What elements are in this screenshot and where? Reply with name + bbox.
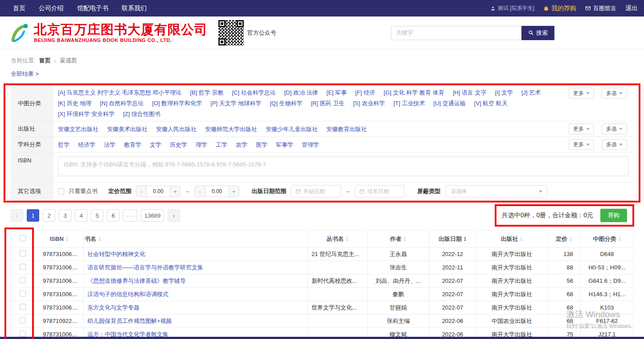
sort-icon[interactable]: ▲▼ [403, 236, 406, 242]
row-checkbox[interactable] [20, 250, 26, 256]
subject-option-link[interactable]: 工学 [216, 140, 227, 149]
end-date-input[interactable]: 结束日期 [355, 185, 405, 198]
publisher-option-link[interactable]: 安徽教育出版社 [326, 124, 367, 134]
nav-item[interactable]: 馆配电子书 [70, 0, 115, 17]
sort-icon[interactable]: ▲▼ [618, 236, 621, 242]
clc-option-link[interactable]: [X] 环境科学 安全科学 [58, 109, 115, 119]
key-books-label[interactable]: 只看重点书 [69, 187, 98, 195]
clc-option-link[interactable]: [I] 文学 [495, 88, 513, 97]
clc-option-link[interactable]: [N] 自然科学总论 [100, 99, 144, 108]
user-info[interactable]: 测试 [院系学生] [490, 4, 534, 12]
all-results-link[interactable]: 全部结果 > [0, 70, 49, 85]
sort-icon[interactable]: ▲▼ [66, 236, 69, 242]
subject-multiselect-button[interactable]: 多选 [602, 139, 627, 150]
logout-link[interactable]: 退出 [625, 4, 638, 12]
clc-option-link[interactable]: [U] 交通运输 [434, 99, 466, 108]
clc-option-link[interactable]: [A] 马克思主义 列宁主义 毛泽东思想 邓小平理论 [58, 88, 181, 97]
subject-option-link[interactable]: 法学 [104, 140, 115, 149]
company-logo[interactable]: 北京百万庄图书大厦有限公司 BEIJING BAIWANZHUANG BOOK … [7, 21, 208, 45]
price-min-value[interactable]: 0.00 [146, 186, 170, 197]
nav-item[interactable]: 联系我们 [115, 0, 153, 17]
sort-icon-active[interactable]: ▲▼ [464, 236, 467, 242]
clc-option-link[interactable]: [E] 军事 [327, 88, 347, 97]
row-checkbox[interactable] [20, 264, 26, 270]
col-clc[interactable]: 中图分类▲▼ [581, 231, 634, 248]
clc-option-link[interactable]: [G] 文化 科学 教育 体育 [384, 88, 444, 97]
nav-item[interactable]: 首页 [6, 0, 32, 17]
clc-option-link[interactable]: [J] 艺术 [521, 88, 541, 97]
book-title-link[interactable]: 东方文化与文学专题 [87, 304, 139, 311]
col-series[interactable]: 丛书名▲▼ [308, 231, 368, 248]
clc-option-link[interactable]: [T] 工业技术 [394, 99, 425, 108]
nav-item[interactable]: 公司介绍 [32, 0, 70, 17]
row-checkbox[interactable] [20, 304, 26, 310]
breadcrumb-home[interactable]: 首页 [39, 57, 51, 65]
my-recommend-link[interactable]: 我的荐购 [543, 4, 576, 12]
book-title-link[interactable]: 社会转型中的精神文化 [87, 251, 145, 257]
page-button[interactable]: 4 [75, 209, 87, 222]
col-isbn[interactable]: ISBN▲▼ [35, 231, 84, 248]
search-button[interactable]: 搜索 [521, 26, 554, 40]
minus-button[interactable]: - [195, 186, 205, 197]
clc-option-link[interactable]: [C] 社会科学总论 [232, 88, 275, 97]
isbn-textarea[interactable] [58, 157, 629, 176]
book-title-link[interactable]: 《思想道德修养与法律基础》教学辅导 [87, 277, 186, 284]
book-title-link[interactable]: 语言研究掇拾——语言学与外语教学研究文集 [87, 264, 203, 271]
publisher-option-link[interactable]: 安徽文艺出版社 [58, 124, 98, 134]
page-button[interactable]: 5 [91, 209, 103, 222]
plus-button[interactable]: + [229, 186, 239, 197]
publisher-option-link[interactable]: 安徽师范大学出版社 [205, 124, 257, 134]
last-page-button[interactable]: 13689 [141, 209, 164, 222]
subject-option-link[interactable]: 文学 [150, 140, 161, 149]
prev-page-button[interactable]: ‹ [11, 209, 23, 222]
col-author[interactable]: 作者▲▼ [368, 231, 429, 248]
clc-more-button[interactable]: 更多 [569, 88, 594, 99]
clc-option-link[interactable]: [Z] 综合性图书 [123, 109, 160, 119]
publisher-option-link[interactable]: 安徽美术出版社 [107, 124, 148, 134]
clc-multiselect-button[interactable]: 多选 [602, 88, 627, 99]
row-checkbox[interactable] [20, 277, 26, 283]
subject-option-link[interactable]: 管理学 [302, 140, 319, 149]
clc-option-link[interactable]: [K] 历史 地理 [58, 99, 91, 108]
row-checkbox[interactable] [20, 290, 26, 297]
publisher-more-button[interactable]: 更多 [569, 124, 594, 134]
subject-option-link[interactable]: 经济学 [78, 140, 95, 149]
publisher-option-link[interactable]: 安徽少年儿童出版社 [266, 124, 318, 134]
sort-icon[interactable]: ▲▼ [346, 236, 349, 242]
clc-option-link[interactable]: [Q] 生物科学 [270, 99, 302, 108]
page-button[interactable]: 3 [59, 209, 71, 222]
row-checkbox[interactable] [20, 331, 26, 337]
select-all-checkbox[interactable] [20, 235, 26, 241]
start-date-input[interactable]: 开始日期 [291, 185, 341, 198]
subject-option-link[interactable]: 教育学 [124, 140, 141, 149]
subject-more-button[interactable]: 更多 [569, 139, 594, 150]
recommend-button[interactable]: 荐购 [600, 209, 627, 222]
page-button[interactable]: 2 [43, 209, 55, 222]
pagination-ellipsis[interactable]: ··· [123, 209, 137, 222]
clc-option-link[interactable]: [H] 语言 文字 [453, 88, 487, 97]
subject-option-link[interactable]: 历史学 [170, 140, 187, 149]
book-title-link[interactable]: 幼儿园保育员工作规范图解+视频 [87, 318, 172, 324]
subject-option-link[interactable]: 军事学 [276, 140, 293, 149]
col-title[interactable]: 书名▲▼ [84, 231, 308, 248]
clc-option-link[interactable]: [O] 数理科学和化学 [152, 99, 202, 108]
subject-option-link[interactable]: 农学 [236, 140, 247, 149]
clc-option-link[interactable]: [F] 经济 [355, 88, 375, 97]
clc-option-link[interactable]: [V] 航空 航天 [474, 99, 508, 108]
book-title-link[interactable]: 汉语句子的信息结构和语调模式 [87, 291, 168, 298]
page-button[interactable]: 6 [107, 209, 119, 222]
clc-option-link[interactable]: [D] 政治 法律 [284, 88, 318, 97]
clc-option-link[interactable]: [R] 医药 卫生 [311, 99, 345, 108]
sort-icon[interactable]: ▲▼ [569, 236, 572, 242]
clc-option-link[interactable]: [P] 天文学 地球科学 [210, 99, 261, 108]
plus-button[interactable]: + [170, 186, 180, 197]
message-link[interactable]: 百图留言 [585, 4, 616, 12]
subject-option-link[interactable]: 理学 [196, 140, 207, 149]
sort-icon[interactable]: ▲▼ [520, 236, 523, 242]
key-books-checkbox[interactable] [58, 188, 64, 194]
col-publisher[interactable]: 出版社▲▼ [476, 231, 548, 248]
sort-icon[interactable]: ▲▼ [98, 236, 101, 242]
publisher-option-link[interactable]: 安徽人民出版社 [156, 124, 197, 134]
clc-option-link[interactable]: [S] 农业科学 [353, 99, 385, 108]
next-page-button[interactable]: › [168, 209, 180, 222]
